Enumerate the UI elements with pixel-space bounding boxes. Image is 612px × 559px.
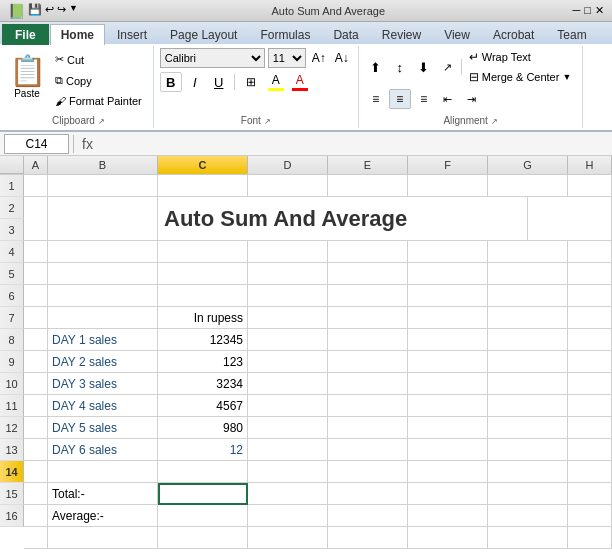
increase-indent-btn[interactable]: ⇥ <box>461 89 483 109</box>
cell-b8[interactable]: DAY 2 sales <box>48 351 158 373</box>
align-middle-btn[interactable]: ↕ <box>389 57 411 77</box>
undo-btn[interactable]: ↩ <box>45 3 54 19</box>
row-num-11[interactable]: 11 <box>0 395 24 417</box>
cell-a2[interactable] <box>24 197 48 241</box>
tab-review[interactable]: Review <box>371 24 432 45</box>
formula-input[interactable] <box>101 134 608 154</box>
cell-b9[interactable]: DAY 3 sales <box>48 373 158 395</box>
cell-c14-selected[interactable] <box>158 483 248 505</box>
merge-center-button[interactable]: ⊟ Merge & Center ▼ <box>464 68 577 86</box>
row-num-16[interactable]: 16 <box>0 505 24 527</box>
cell-c9[interactable]: 3234 <box>158 373 248 395</box>
table-row: DAY 2 sales 123 <box>24 351 612 373</box>
row-num-15[interactable]: 15 <box>0 483 24 505</box>
col-header-d[interactable]: D <box>248 156 328 174</box>
cell-c6[interactable]: In rupess <box>158 307 248 329</box>
cell-b12[interactable]: DAY 6 sales <box>48 439 158 461</box>
table-row: DAY 3 sales 3234 <box>24 373 612 395</box>
col-header-f[interactable]: F <box>408 156 488 174</box>
col-header-a[interactable]: A <box>24 156 48 174</box>
minimize-btn[interactable]: ─ <box>573 4 581 17</box>
bold-button[interactable]: B <box>160 72 182 92</box>
decrease-font-btn[interactable]: A↓ <box>332 48 352 68</box>
row-num-13[interactable]: 13 <box>0 439 24 461</box>
col-header-c[interactable]: C <box>158 156 248 174</box>
cell-b14[interactable]: Total:- <box>48 483 158 505</box>
font-size-select[interactable]: 11 <box>268 48 306 68</box>
tab-team[interactable]: Team <box>546 24 597 45</box>
cell-d1[interactable] <box>248 175 328 197</box>
close-btn[interactable]: ✕ <box>595 4 604 17</box>
cell-c1[interactable] <box>158 175 248 197</box>
italic-button[interactable]: I <box>184 72 206 92</box>
text-direction-btn[interactable]: ↗ <box>437 57 459 77</box>
cell-e1[interactable] <box>328 175 408 197</box>
fill-color-button[interactable]: A <box>265 71 287 93</box>
cell-c8[interactable]: 123 <box>158 351 248 373</box>
tab-formulas[interactable]: Formulas <box>249 24 321 45</box>
row-num-3[interactable]: 3 <box>0 219 24 241</box>
copy-button[interactable]: ⧉ Copy <box>50 71 147 90</box>
font-color-button[interactable]: A <box>289 71 311 93</box>
row-num-9[interactable]: 9 <box>0 351 24 373</box>
border-button[interactable]: ⊞ <box>239 72 263 92</box>
cell-c10[interactable]: 4567 <box>158 395 248 417</box>
cut-button[interactable]: ✂ Cut <box>50 50 147 69</box>
tab-home[interactable]: Home <box>50 24 105 45</box>
cell-c12[interactable]: 12 <box>158 439 248 461</box>
row-num-14[interactable]: 14 <box>0 461 24 483</box>
underline-button[interactable]: U <box>208 72 230 92</box>
row-num-8[interactable]: 8 <box>0 329 24 351</box>
cell-b10[interactable]: DAY 4 sales <box>48 395 158 417</box>
tab-data[interactable]: Data <box>322 24 369 45</box>
cell-b7[interactable]: DAY 1 sales <box>48 329 158 351</box>
row-num-1[interactable]: 1 <box>0 175 24 197</box>
col-header-b[interactable]: B <box>48 156 158 174</box>
tab-acrobat[interactable]: Acrobat <box>482 24 545 45</box>
cell-f1[interactable] <box>408 175 488 197</box>
decrease-indent-btn[interactable]: ⇤ <box>437 89 459 109</box>
cell-b11[interactable]: DAY 5 sales <box>48 417 158 439</box>
cell-a1[interactable] <box>24 175 48 197</box>
align-left-btn[interactable]: ≡ <box>365 89 387 109</box>
tab-view[interactable]: View <box>433 24 481 45</box>
wrap-text-button[interactable]: ↵ Wrap Text <box>464 48 577 66</box>
increase-font-btn[interactable]: A↑ <box>309 48 329 68</box>
cell-b1[interactable] <box>48 175 158 197</box>
format-painter-button[interactable]: 🖌 Format Painter <box>50 92 147 110</box>
tab-insert[interactable]: Insert <box>106 24 158 45</box>
row-num-10[interactable]: 10 <box>0 373 24 395</box>
font-family-select[interactable]: Calibri <box>160 48 265 68</box>
cell-h2[interactable] <box>528 197 612 241</box>
row-num-6[interactable]: 6 <box>0 285 24 307</box>
align-center-btn[interactable]: ≡ <box>389 89 411 109</box>
cell-g1[interactable] <box>488 175 568 197</box>
align-top-btn[interactable]: ⬆ <box>365 57 387 77</box>
row-num-2[interactable]: 2 <box>0 197 24 219</box>
paste-button[interactable]: 📋 Paste <box>6 48 48 106</box>
align-bottom-btn[interactable]: ⬇ <box>413 57 435 77</box>
save-qat-btn[interactable]: 💾 <box>28 3 42 19</box>
col-header-h[interactable]: H <box>568 156 612 174</box>
table-row: Average:- <box>24 505 612 527</box>
maximize-btn[interactable]: □ <box>584 4 591 17</box>
qat-dropdown[interactable]: ▼ <box>69 3 78 19</box>
col-header-g[interactable]: G <box>488 156 568 174</box>
align-right-btn[interactable]: ≡ <box>413 89 435 109</box>
cell-h1[interactable] <box>568 175 612 197</box>
function-icon[interactable]: fx <box>78 136 97 152</box>
row-num-7[interactable]: 7 <box>0 307 24 329</box>
row-num-4[interactable]: 4 <box>0 241 24 263</box>
cell-c7[interactable]: 12345 <box>158 329 248 351</box>
cell-reference-box[interactable] <box>4 134 69 154</box>
cell-b2[interactable] <box>48 197 158 241</box>
col-header-e[interactable]: E <box>328 156 408 174</box>
tab-file[interactable]: File <box>2 24 49 45</box>
cell-c11[interactable]: 980 <box>158 417 248 439</box>
cell-c2-title[interactable]: Auto Sum And Average <box>158 197 528 241</box>
redo-btn[interactable]: ↪ <box>57 3 66 19</box>
cell-b15[interactable]: Average:- <box>48 505 158 527</box>
row-num-5[interactable]: 5 <box>0 263 24 285</box>
row-num-12[interactable]: 12 <box>0 417 24 439</box>
tab-page-layout[interactable]: Page Layout <box>159 24 248 45</box>
